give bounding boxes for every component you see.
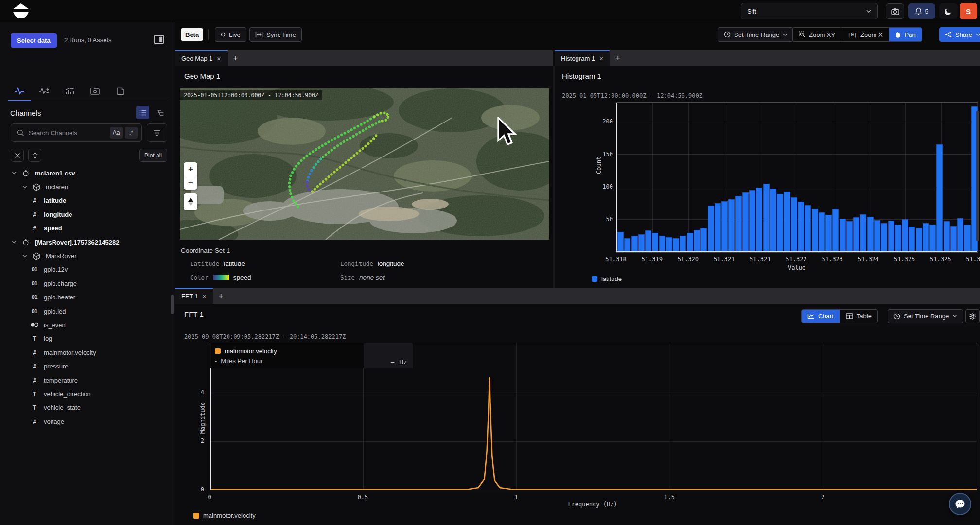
search-placeholder: Search Channels — [29, 129, 107, 137]
tab-calculated-channels[interactable] — [32, 83, 57, 99]
channel-tree-item[interactable]: #longitude — [0, 208, 171, 221]
sync-time-label: Sync Time — [266, 31, 296, 38]
select-data-button[interactable]: Select data — [11, 33, 57, 48]
map-compass-button[interactable] — [184, 193, 197, 210]
route-segment — [307, 182, 312, 192]
latitude-field[interactable]: Latitudelatitude — [190, 259, 245, 268]
map-zoom-out-button[interactable]: − — [184, 176, 197, 190]
tab-media[interactable] — [83, 83, 108, 99]
channel-tree-item[interactable]: #voltage — [0, 415, 171, 428]
tab-channels[interactable] — [7, 83, 32, 99]
share-button[interactable]: Share — [939, 27, 980, 42]
longitude-field[interactable]: Longitudelongitude — [340, 259, 404, 268]
zoom-xy-button[interactable]: Zoom XY — [793, 28, 841, 41]
size-field[interactable]: Sizenone set — [340, 273, 385, 281]
regex-button[interactable]: .* — [125, 127, 138, 139]
channel-tree-item[interactable]: #mainmotor.velocity — [0, 346, 171, 359]
fft-set-time-range-button[interactable]: Set Time Range — [888, 309, 963, 323]
channel-tree-item[interactable]: #latitude — [0, 194, 171, 208]
sync-time-button[interactable]: Sync Time — [249, 27, 302, 42]
live-dot-icon — [221, 32, 226, 37]
add-tab-button[interactable]: + — [610, 50, 626, 66]
list-view-button[interactable] — [136, 106, 149, 119]
collapse-sidebar-icon[interactable] — [154, 35, 164, 46]
channel-tree-item[interactable]: Tvehicle_state — [0, 401, 171, 415]
channel-tree-item[interactable]: MarsRover — [0, 249, 171, 262]
x-tick-label: 51.321 — [714, 256, 735, 262]
close-tab-icon[interactable]: × — [217, 55, 221, 63]
filter-button[interactable] — [147, 123, 167, 142]
add-tab-button[interactable]: + — [213, 288, 229, 304]
avatar[interactable]: S — [960, 3, 977, 19]
histogram-bar — [680, 236, 686, 251]
chat-bubble-button[interactable] — [949, 493, 971, 515]
table-view-button[interactable]: Table — [840, 310, 877, 323]
notifications-button[interactable]: 5 — [908, 3, 935, 19]
zoom-x-button[interactable]: |0| Zoom X — [841, 28, 889, 41]
channel-label: gpio.charge — [44, 280, 77, 287]
zoom-x-label: Zoom X — [860, 31, 883, 38]
histogram-bar — [715, 203, 721, 251]
plot-all-button[interactable]: Plot all — [139, 149, 167, 162]
histogram-bar — [728, 199, 735, 251]
tab-fft-1[interactable]: FFT 1 × — [175, 288, 213, 304]
close-tab-icon[interactable]: × — [599, 55, 603, 63]
channel-tree-item[interactable]: 01gpio.led — [0, 304, 171, 318]
theme-toggle-button[interactable] — [939, 3, 958, 19]
histogram-bar — [888, 221, 894, 251]
channel-tree-item[interactable]: 01gpio.charge — [0, 277, 171, 290]
note-icon — [117, 87, 124, 95]
line-chart-icon — [807, 313, 815, 319]
add-tab-button[interactable]: + — [228, 50, 244, 66]
tree-view-button[interactable] — [154, 106, 167, 119]
channel-tree-item[interactable]: #pressure — [0, 359, 171, 373]
set-time-range-button[interactable]: Set Time Range — [718, 27, 793, 42]
collapse-all-button[interactable] — [11, 149, 24, 162]
match-case-button[interactable]: Aa — [110, 127, 122, 139]
route-segment — [312, 159, 321, 171]
channel-tree-item[interactable]: mclaren1.csv — [0, 166, 171, 180]
geo-map[interactable]: 2025-01-05T12:00:00.000Z - 12:04:56.900Z… — [180, 88, 549, 240]
expand-all-button[interactable] — [28, 149, 41, 162]
channels-title: Channels — [10, 109, 41, 117]
channel-tree-item[interactable]: #temperature — [0, 373, 171, 387]
fft-settings-button[interactable] — [965, 309, 980, 323]
histogram-bar — [756, 188, 762, 252]
workspace-select[interactable]: Sift — [741, 3, 878, 19]
map-zoom-in-button[interactable]: + — [184, 162, 197, 176]
channel-tree-item[interactable]: Tlog — [0, 332, 171, 346]
bell-icon — [915, 7, 922, 15]
tab-histogram-1[interactable]: Histogram 1 × — [555, 50, 610, 66]
sidebar: Select data 2 Runs, 0 Assets Channels — [0, 22, 175, 525]
channel-tree-item[interactable]: Tvehicle_direction — [0, 387, 171, 401]
beta-badge: Beta — [181, 28, 203, 41]
sidebar-scrollbar[interactable] — [171, 295, 174, 314]
pan-button[interactable]: Pan — [889, 28, 922, 41]
channel-tree-item[interactable]: #speed — [0, 222, 171, 235]
search-input[interactable]: Search Channels Aa .* — [11, 123, 142, 142]
scrollbar[interactable] — [976, 111, 979, 241]
tab-geo-map-1[interactable]: Geo Map 1 × — [175, 50, 228, 66]
main-area: Beta Live Sync Time Set Time Range Zoom … — [175, 22, 980, 525]
chart-view-button[interactable]: Chart — [802, 310, 840, 323]
color-field[interactable]: Colorspeed — [190, 273, 251, 281]
coordinate-set-title: Coordinate Set 1 — [181, 247, 230, 254]
app-root: Sift 5 S Select data 2 Runs, 0 Assets — [0, 0, 980, 525]
histogram-bar — [631, 236, 638, 251]
channel-tree-item[interactable]: [MarsRover].1757362145282 — [0, 235, 171, 249]
channel-tree-item[interactable]: mclaren — [0, 180, 171, 193]
channel-tree-item[interactable]: is_even — [0, 318, 171, 332]
channel-tree-item[interactable]: 01gpio.heater — [0, 291, 171, 304]
channel-tree-item[interactable]: 01gpio.12v — [0, 263, 171, 277]
live-button[interactable]: Live — [215, 27, 246, 42]
x-tick-label: 51.325 — [894, 256, 915, 262]
histogram-plot[interactable] — [616, 102, 978, 253]
tab-charts[interactable] — [57, 83, 83, 99]
tab-reports[interactable] — [108, 83, 133, 99]
close-tab-icon[interactable]: × — [202, 293, 206, 300]
x-tick-label: 51.324 — [858, 256, 879, 262]
active-tab-indicator — [8, 100, 31, 101]
screenshot-button[interactable] — [886, 3, 904, 19]
channel-label: longitude — [44, 211, 72, 218]
sift-logo-icon[interactable] — [12, 3, 30, 18]
